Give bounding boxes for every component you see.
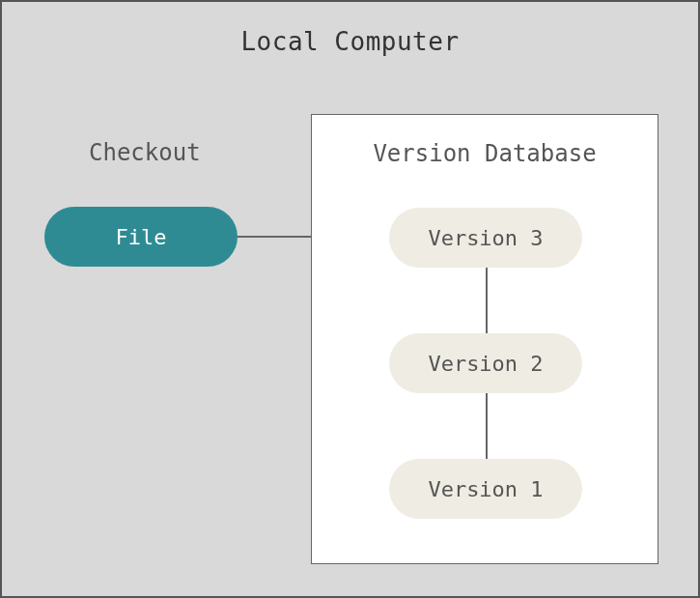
version-database-title: Version Database [312, 140, 658, 167]
version-2-label: Version 2 [428, 352, 543, 376]
connector-v2-to-v1 [486, 393, 488, 459]
version-2-node: Version 2 [389, 333, 582, 393]
version-3-node: Version 3 [389, 208, 582, 268]
checkout-label: Checkout [89, 139, 201, 166]
file-node-label: File [116, 225, 167, 249]
version-1-label: Version 1 [428, 477, 543, 501]
diagram-title: Local Computer [2, 27, 698, 56]
version-3-label: Version 3 [428, 226, 543, 250]
version-database-box: Version Database Version 3 Version 2 Ver… [311, 114, 658, 564]
file-node: File [44, 207, 238, 267]
connector-v3-to-v2 [486, 268, 488, 333]
version-1-node: Version 1 [389, 459, 582, 519]
local-computer-frame: Local Computer Checkout File Version Dat… [0, 0, 700, 598]
